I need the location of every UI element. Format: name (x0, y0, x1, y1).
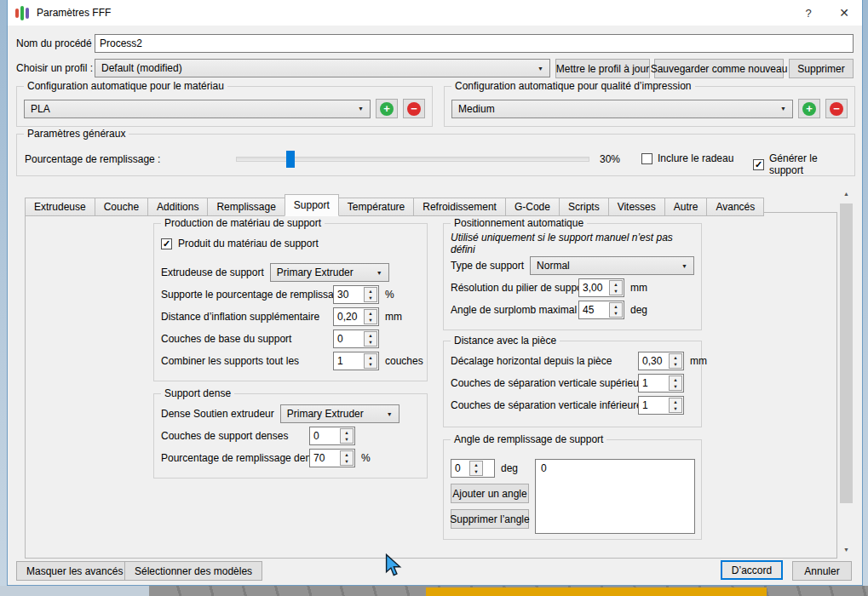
tab-additions[interactable]: Additions (147, 198, 208, 216)
remove-angle-button[interactable]: Supprimer l’angle (451, 509, 529, 529)
spin-down-icon[interactable]: ▼ (670, 383, 681, 390)
help-button[interactable]: ? (790, 0, 826, 26)
scroll-down-icon[interactable]: ▼ (839, 542, 854, 556)
profile-select[interactable]: Default (modified) ▼ (95, 59, 550, 77)
spin-down-icon[interactable]: ▼ (470, 468, 482, 475)
support-infill-spinbox[interactable]: 30 ▲▼ (333, 285, 379, 304)
spin-buttons[interactable]: ▲▼ (609, 280, 623, 295)
spin-buttons[interactable]: ▲▼ (340, 428, 354, 444)
dense-layers-spinbox[interactable]: 0 ▲▼ (309, 427, 355, 445)
cancel-button[interactable]: Annuler (792, 561, 852, 581)
horizontal-offset-value: 0,30 (639, 352, 668, 370)
support-type-row: Type de support Normal ▼ (451, 256, 694, 275)
quality-select[interactable]: Medium ▼ (451, 100, 793, 118)
spin-up-icon[interactable]: ▲ (670, 354, 681, 361)
upper-separation-spinbox[interactable]: 1 ▲▼ (638, 374, 684, 393)
spin-down-icon[interactable]: ▼ (365, 339, 377, 346)
tab-scripts[interactable]: Scripts (559, 198, 609, 216)
combine-supports-spinbox[interactable]: 1 ▲▼ (333, 352, 379, 370)
tab-autre[interactable]: Autre (664, 198, 708, 216)
spin-buttons[interactable]: ▲▼ (364, 353, 377, 369)
quality-value: Medium (458, 103, 495, 115)
lower-separation-spinbox[interactable]: 1 ▲▼ (638, 396, 684, 415)
spin-down-icon[interactable]: ▼ (670, 405, 681, 412)
chevron-down-icon: ▼ (353, 106, 364, 112)
scroll-up-icon[interactable]: ▲ (839, 186, 854, 200)
spin-buttons[interactable]: ▲▼ (364, 331, 377, 347)
save-as-new-button[interactable]: Sauvegarder comme nouveau (654, 59, 784, 78)
add-material-button[interactable]: + (376, 99, 398, 118)
tab-refroidissement[interactable]: Refroidissement (413, 198, 506, 216)
dense-infill-unit: % (361, 452, 371, 464)
angle-list-item[interactable]: 0 (541, 462, 547, 474)
spin-up-icon[interactable]: ▲ (341, 429, 353, 436)
close-button[interactable]: ✕ (826, 0, 862, 26)
support-type-select[interactable]: Normal ▼ (530, 256, 694, 275)
tab-temperature[interactable]: Température (338, 198, 414, 216)
spin-up-icon[interactable]: ▲ (670, 376, 681, 383)
spin-down-icon[interactable]: ▼ (365, 295, 377, 301)
tab-gcode[interactable]: G-Code (505, 198, 560, 216)
spin-up-icon[interactable]: ▲ (365, 332, 377, 339)
tab-extrudeuse[interactable]: Extrudeuse (25, 198, 95, 216)
spin-up-icon[interactable]: ▲ (365, 310, 377, 317)
spin-up-icon[interactable]: ▲ (670, 398, 681, 405)
add-quality-button[interactable]: + (798, 99, 820, 118)
hide-advanced-button[interactable]: Masquer les avancés (16, 561, 133, 581)
inflation-distance-spinbox[interactable]: 0,20 ▲▼ (333, 307, 379, 326)
ok-button[interactable]: D’accord (721, 560, 783, 580)
process-name-input[interactable]: Process2 (95, 34, 854, 53)
spin-buttons[interactable]: ▲▼ (669, 375, 682, 391)
spin-up-icon[interactable]: ▲ (365, 288, 377, 295)
titlebar: Paramètres FFF ? ✕ (8, 0, 862, 26)
dense-infill-spinbox[interactable]: 70 ▲▼ (309, 449, 355, 467)
infill-angle-spinbox[interactable]: 0 ▲▼ (451, 459, 495, 478)
spin-up-icon[interactable]: ▲ (365, 354, 377, 361)
remove-quality-button[interactable]: − (825, 99, 848, 118)
support-base-layers-spinbox[interactable]: 0 ▲▼ (333, 330, 379, 348)
angle-listbox[interactable]: 0 (535, 459, 695, 534)
tab-vitesses[interactable]: Vitesses (608, 198, 665, 216)
tab-support[interactable]: Support (285, 194, 339, 216)
pillar-resolution-spinbox[interactable]: 3,00 ▲▼ (578, 278, 624, 297)
infill-slider-handle[interactable] (286, 151, 295, 168)
scrollbar-thumb[interactable] (840, 203, 853, 503)
mouse-cursor (385, 553, 402, 577)
generate-support-material-checkbox[interactable]: ✓ Produit du matériau de support (161, 234, 420, 253)
spin-down-icon[interactable]: ▼ (365, 317, 377, 324)
horizontal-offset-spinbox[interactable]: 0,30 ▲▼ (638, 352, 684, 370)
material-select[interactable]: PLA ▼ (24, 100, 371, 118)
spin-up-icon[interactable]: ▲ (470, 461, 482, 468)
spin-buttons[interactable]: ▲▼ (669, 398, 682, 413)
spin-up-icon[interactable]: ▲ (610, 281, 622, 288)
max-overhang-spinbox[interactable]: 45 ▲▼ (578, 301, 624, 319)
vertical-scrollbar[interactable]: ▲ ▼ (839, 186, 854, 556)
update-profile-button[interactable]: Mettre le profil à jour (555, 59, 650, 78)
spin-buttons[interactable]: ▲▼ (469, 461, 483, 476)
tab-remplissage[interactable]: Remplissage (207, 198, 285, 216)
dense-extruder-select[interactable]: Primary Extruder ▼ (280, 404, 400, 423)
tab-couche[interactable]: Couche (95, 198, 148, 216)
spin-down-icon[interactable]: ▼ (341, 458, 353, 465)
spin-up-icon[interactable]: ▲ (341, 451, 353, 458)
delete-profile-button[interactable]: Supprimer (789, 59, 854, 78)
tab-avances[interactable]: Avancés (706, 198, 764, 216)
spin-buttons[interactable]: ▲▼ (669, 353, 682, 369)
spin-down-icon[interactable]: ▼ (610, 288, 622, 295)
spin-buttons[interactable]: ▲▼ (364, 309, 377, 324)
spin-down-icon[interactable]: ▼ (365, 361, 377, 368)
spin-down-icon[interactable]: ▼ (610, 310, 622, 317)
spin-buttons[interactable]: ▲▼ (340, 450, 354, 466)
remove-material-button[interactable]: − (403, 99, 425, 118)
add-angle-button[interactable]: Ajouter un angle (451, 484, 529, 503)
infill-slider[interactable] (236, 157, 589, 162)
support-extruder-select[interactable]: Primary Extruder ▼ (270, 263, 389, 282)
include-raft-checkbox[interactable]: Inclure le radeau (641, 152, 733, 164)
spin-buttons[interactable]: ▲▼ (609, 302, 623, 318)
spin-up-icon[interactable]: ▲ (610, 303, 622, 310)
spin-down-icon[interactable]: ▼ (341, 436, 353, 443)
spin-buttons[interactable]: ▲▼ (364, 287, 377, 302)
spin-down-icon[interactable]: ▼ (670, 361, 681, 368)
generate-support-checkbox[interactable]: ✓ Générer le support (753, 152, 854, 176)
select-models-button[interactable]: Sélectionner des modèles (124, 561, 262, 581)
